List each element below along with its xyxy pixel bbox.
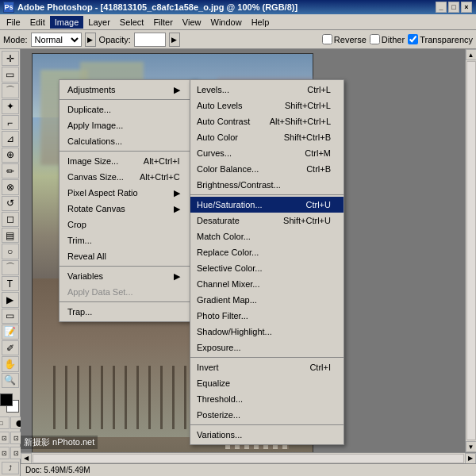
close-btn[interactable]: ×: [461, 2, 472, 13]
brush-tool[interactable]: ✏: [2, 163, 19, 178]
opacity-arrow[interactable]: ▶: [169, 33, 180, 47]
v-scrollbar[interactable]: ▲ ▼: [465, 49, 476, 452]
menu-pixel-aspect[interactable]: Pixel Aspect Ratio ▶: [60, 185, 196, 201]
shape-tool[interactable]: ▭: [2, 309, 19, 324]
transparency-checkbox[interactable]: [408, 34, 418, 44]
menu-trim[interactable]: Trim...: [60, 232, 196, 248]
mode-arrow[interactable]: ▶: [85, 33, 96, 47]
menu-filter[interactable]: Filter: [148, 16, 177, 29]
foreground-color[interactable]: [0, 393, 13, 406]
mode-select[interactable]: Normal Dissolve Multiply Screen: [31, 33, 82, 47]
view-mode-1[interactable]: ⊡: [0, 447, 10, 459]
adj-color-balance[interactable]: Color Balance... Ctrl+B: [190, 161, 344, 177]
variables-arrow: ▶: [174, 270, 180, 282]
marquee-tool[interactable]: ▭: [2, 67, 19, 82]
adj-auto-contrast[interactable]: Auto Contrast Alt+Shift+Ctrl+L: [190, 113, 344, 129]
adj-auto-color[interactable]: Auto Color Shift+Ctrl+B: [190, 129, 344, 145]
menu-rotate-canvas[interactable]: Rotate Canvas ▶: [60, 201, 196, 217]
clone-tool[interactable]: ⊗: [2, 179, 19, 194]
transparency-label[interactable]: Transparency: [408, 34, 473, 44]
gradient-tool[interactable]: ▤: [2, 228, 19, 243]
adj-hue-saturation[interactable]: Hue/Saturation... Ctrl+U: [190, 197, 344, 213]
menu-apply-image[interactable]: Apply Image...: [60, 117, 196, 133]
adj-replace-color[interactable]: Replace Color...: [190, 244, 344, 260]
adj-curves[interactable]: Curves... Ctrl+M: [190, 145, 344, 161]
eraser-tool[interactable]: ◻: [2, 212, 19, 227]
adj-brightness-contrast[interactable]: Brightness/Contrast...: [190, 177, 344, 193]
workspace: ✛ ▭ ⌒ ✦ ⌐ ⊿ ⊕ ✏ ⊗ ↺ ◻ ▤ ○ ⌒ T ▶ ▭ 📝 ✐ ✋ …: [0, 49, 476, 476]
menu-file[interactable]: File: [2, 16, 25, 29]
adj-gradient-map[interactable]: Gradient Map...: [190, 292, 344, 308]
adj-desaturate[interactable]: Desaturate Shift+Ctrl+U: [190, 213, 344, 228]
reverse-checkbox[interactable]: [322, 34, 332, 44]
h-scroll-thumb[interactable]: [33, 454, 464, 463]
mode-label: Mode:: [3, 35, 28, 44]
jump-btn[interactable]: ⤴: [2, 462, 19, 474]
screen-mode-2[interactable]: ⊡: [10, 432, 21, 444]
dither-checkbox[interactable]: [370, 34, 380, 44]
type-tool[interactable]: T: [2, 276, 19, 291]
menu-adjustments[interactable]: Adjustments ▶: [60, 82, 196, 98]
heal-tool[interactable]: ⊕: [2, 148, 19, 163]
menu-canvas-size[interactable]: Canvas Size... Alt+Ctrl+C: [60, 169, 196, 185]
minimize-btn[interactable]: _: [436, 2, 447, 13]
adj-match-color[interactable]: Match Color...: [190, 228, 344, 244]
menu-bar: File Edit Image Layer Select Filter View…: [0, 14, 476, 30]
zoom-tool[interactable]: 🔍: [2, 373, 19, 388]
adj-shadow-highlight[interactable]: Shadow/Highlight...: [190, 324, 344, 340]
screen-mode-row: ⊡ ⊡: [0, 432, 21, 444]
menu-variables[interactable]: Variables ▶: [60, 268, 196, 284]
adj-exposure[interactable]: Exposure...: [190, 340, 344, 355]
slice-tool[interactable]: ⊿: [2, 131, 19, 146]
v-scroll-thumb[interactable]: [466, 61, 476, 440]
adj-invert[interactable]: Invert Ctrl+I: [190, 359, 344, 375]
menu-help[interactable]: Help: [247, 16, 274, 29]
crop-tool[interactable]: ⌐: [2, 115, 19, 130]
adj-auto-levels[interactable]: Auto Levels Shift+Ctrl+L: [190, 98, 344, 113]
history-brush-tool[interactable]: ↺: [2, 196, 19, 211]
menu-trap[interactable]: Trap...: [60, 304, 196, 320]
magic-wand-tool[interactable]: ✦: [2, 99, 19, 114]
menu-crop[interactable]: Crop: [60, 217, 196, 232]
screen-mode-1[interactable]: ⊡: [0, 432, 10, 444]
adj-levels[interactable]: Levels... Ctrl+L: [190, 82, 344, 98]
menu-select[interactable]: Select: [115, 16, 149, 29]
scroll-up-btn[interactable]: ▲: [466, 49, 477, 60]
view-mode-2[interactable]: ⊡: [10, 447, 21, 459]
path-select-tool[interactable]: ▶: [2, 292, 19, 307]
adj-posterize[interactable]: Posterize...: [190, 407, 344, 423]
adj-threshold[interactable]: Threshold...: [190, 391, 344, 407]
pen-tool[interactable]: ⌒: [2, 260, 19, 275]
menu-image-size[interactable]: Image Size... Alt+Ctrl+I: [60, 153, 196, 169]
opacity-input[interactable]: 100%: [134, 33, 166, 47]
notes-tool[interactable]: 📝: [2, 324, 19, 340]
menu-duplicate[interactable]: Duplicate...: [60, 102, 196, 117]
dodge-tool[interactable]: ○: [2, 244, 19, 259]
adj-variations[interactable]: Variations...: [190, 427, 344, 443]
standard-mode-btn[interactable]: □: [0, 416, 10, 429]
scroll-down-btn[interactable]: ▼: [466, 441, 477, 452]
menu-image[interactable]: Image: [50, 16, 84, 29]
menu-layer[interactable]: Layer: [83, 16, 115, 29]
adjustments-submenu: Levels... Ctrl+L Auto Levels Shift+Ctrl+…: [190, 79, 344, 445]
maximize-btn[interactable]: □: [448, 2, 459, 13]
menu-calculations[interactable]: Calculations...: [60, 133, 196, 149]
menu-window[interactable]: Window: [206, 16, 247, 29]
dither-label[interactable]: Dither: [370, 34, 405, 44]
h-scrollbar[interactable]: ◀ ▶: [21, 452, 476, 463]
menu-view[interactable]: View: [178, 16, 206, 29]
lasso-tool[interactable]: ⌒: [2, 83, 19, 98]
menu-edit[interactable]: Edit: [25, 16, 50, 29]
scroll-right-btn[interactable]: ▶: [465, 453, 476, 464]
adj-selective-color[interactable]: Selective Color...: [190, 260, 344, 276]
adj-equalize[interactable]: Equalize: [190, 375, 344, 391]
reverse-label[interactable]: Reverse: [322, 34, 367, 44]
menu-reveal-all[interactable]: Reveal All: [60, 248, 196, 264]
adj-photo-filter[interactable]: Photo Filter...: [190, 308, 344, 324]
scroll-left-btn[interactable]: ◀: [21, 453, 32, 464]
move-tool[interactable]: ✛: [2, 51, 19, 66]
adj-channel-mixer[interactable]: Channel Mixer...: [190, 276, 344, 292]
eyedropper-tool[interactable]: ✐: [2, 340, 19, 355]
hand-tool[interactable]: ✋: [2, 356, 19, 371]
adjustments-arrow: ▶: [174, 83, 180, 96]
